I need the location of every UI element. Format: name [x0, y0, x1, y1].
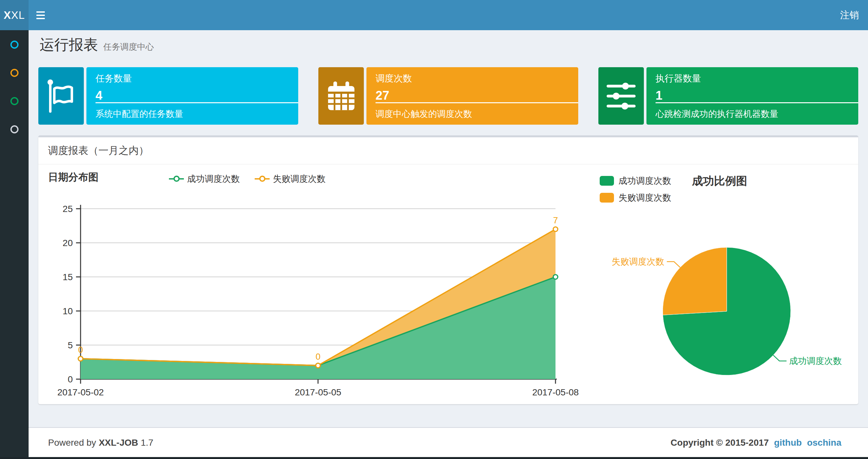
logo-bold: X [4, 9, 11, 22]
sidebar-item-1[interactable] [0, 33, 29, 56]
powered-by: Powered by XXL-JOB 1.7 [48, 428, 153, 458]
stat-card-value: 1 [655, 89, 858, 103]
legend-item-success[interactable]: 成功调度次数 [169, 173, 240, 185]
sidebar [0, 30, 29, 459]
stat-card-value: 27 [375, 89, 578, 103]
svg-text:2017-05-05: 2017-05-05 [294, 387, 341, 397]
svg-text:失败调度次数: 失败调度次数 [612, 257, 664, 266]
page-title: 运行报表任务调度中心 [40, 35, 154, 55]
page-subtitle: 任务调度中心 [103, 42, 154, 52]
stat-card-desc: 系统中配置的任务数量 [95, 108, 183, 120]
swatch-icon [600, 176, 614, 186]
success-ratio-chart[interactable]: 成功调度次数 失败调度次数 成功比例图 成功调度次数失败调度次数 [598, 165, 858, 404]
pie-chart-canvas[interactable]: 成功调度次数失败调度次数 [598, 234, 858, 397]
flag-icon [38, 67, 84, 125]
stat-card-executors: 执行器数量 1 心跳检测成功的执行器机器数量 [598, 67, 858, 125]
calendar-icon [318, 67, 364, 125]
circle-icon [10, 97, 19, 105]
divider [375, 102, 578, 103]
panel-body: 日期分布图 成功调度次数 失败调度次数 05101520252017-05-02… [38, 165, 858, 404]
svg-text:0: 0 [315, 352, 320, 362]
stat-card-body: 执行器数量 1 心跳检测成功的执行器机器数量 [647, 67, 858, 125]
svg-text:0: 0 [78, 345, 83, 355]
legend-label: 成功调度次数 [187, 173, 240, 185]
line-circle-marker-icon [255, 175, 270, 183]
stat-card-triggers: 调度次数 27 调度中心触发的调度次数 [318, 67, 578, 125]
panel-title: 调度报表（一月之内） [38, 137, 858, 165]
product-name: XXL-JOB [99, 437, 138, 448]
sliders-icon [598, 67, 644, 125]
svg-text:25: 25 [63, 204, 73, 214]
svg-text:2017-05-08: 2017-05-08 [532, 387, 579, 397]
oschina-link[interactable]: oschina [807, 437, 841, 448]
svg-text:20: 20 [63, 238, 73, 248]
footer: Powered by XXL-JOB 1.7 Copyright © 2015-… [29, 427, 868, 458]
stat-card-value: 4 [95, 89, 298, 103]
product-version: 1.7 [141, 437, 153, 448]
powered-prefix: Powered by [48, 437, 96, 448]
sidebar-item-3[interactable] [0, 90, 29, 112]
copyright: Copyright © 2015-2017 github oschina [671, 428, 841, 458]
pie-chart-legend: 成功调度次数 失败调度次数 [600, 175, 671, 209]
stat-card-title: 任务数量 [95, 72, 298, 85]
svg-text:15: 15 [63, 272, 73, 282]
divider [655, 102, 858, 103]
swatch-icon [600, 193, 614, 202]
sidebar-item-2[interactable] [0, 61, 29, 84]
svg-text:5: 5 [68, 340, 73, 350]
svg-text:0: 0 [68, 374, 73, 384]
stat-cards: 任务数量 4 系统中配置的任务数量 调度次数 [38, 67, 858, 125]
legend-item-fail[interactable]: 失败调度次数 [255, 173, 326, 185]
window-bottom-edge [0, 457, 868, 459]
svg-text:10: 10 [63, 306, 73, 316]
circle-icon [10, 69, 19, 77]
stat-card-title: 调度次数 [375, 72, 578, 85]
line-chart-title: 日期分布图 [48, 170, 98, 184]
svg-text:7: 7 [553, 216, 558, 225]
line-chart-canvas[interactable]: 05101520252017-05-022017-05-052017-05-08… [38, 165, 598, 404]
copyright-text: Copyright © 2015-2017 [671, 437, 769, 448]
stat-card-body: 任务数量 4 系统中配置的任务数量 [86, 67, 298, 125]
hamburger-icon[interactable] [29, 0, 53, 30]
stat-card-desc: 心跳检测成功的执行器机器数量 [655, 108, 778, 120]
legend-item-fail[interactable]: 失败调度次数 [600, 192, 671, 203]
top-navbar: XXL 注销 [0, 0, 868, 30]
circle-icon [10, 40, 19, 49]
pie-chart-title: 成功比例图 [692, 174, 747, 189]
legend-label: 失败调度次数 [619, 192, 671, 203]
logo-rest: XL [11, 9, 25, 22]
stat-card-title: 执行器数量 [655, 72, 858, 85]
sidebar-item-4[interactable] [0, 118, 29, 140]
circle-icon [10, 125, 19, 133]
line-chart-legend: 成功调度次数 失败调度次数 [169, 173, 542, 185]
stat-card-body: 调度次数 27 调度中心触发的调度次数 [366, 67, 578, 125]
date-distribution-chart[interactable]: 日期分布图 成功调度次数 失败调度次数 05101520252017-05-02… [38, 165, 598, 404]
app-logo[interactable]: XXL [0, 0, 29, 30]
page-title-text: 运行报表 [40, 36, 98, 53]
line-circle-marker-icon [169, 175, 184, 183]
legend-label: 成功调度次数 [619, 175, 671, 187]
divider [95, 102, 298, 103]
stat-card-desc: 调度中心触发的调度次数 [375, 108, 472, 120]
report-panel: 调度报表（一月之内） 日期分布图 成功调度次数 失败调度次数 051015202… [38, 135, 858, 404]
logout-link[interactable]: 注销 [840, 0, 859, 30]
stat-card-jobs: 任务数量 4 系统中配置的任务数量 [38, 67, 298, 125]
github-link[interactable]: github [774, 437, 802, 448]
svg-text:2017-05-02: 2017-05-02 [57, 387, 104, 397]
svg-text:成功调度次数: 成功调度次数 [789, 356, 842, 366]
legend-label: 失败调度次数 [273, 173, 326, 185]
legend-item-success[interactable]: 成功调度次数 [600, 175, 671, 187]
